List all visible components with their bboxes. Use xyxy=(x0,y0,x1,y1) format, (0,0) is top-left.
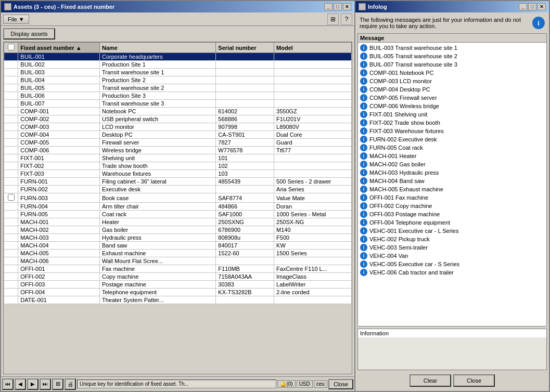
list-item[interactable]: iBUIL-005 Transit warehouse site 2 xyxy=(359,52,545,60)
list-item[interactable]: iMACH-005 Exhaust machine xyxy=(359,185,545,193)
table-row[interactable]: COMP-006Wireless bridgeW776578Tt677 xyxy=(4,147,352,154)
name-cell: Copy machine xyxy=(99,273,215,281)
nav-prev-button[interactable]: ◀ xyxy=(15,378,26,390)
table-row[interactable]: MACH-002Gas boiler6786900M140 xyxy=(4,226,352,234)
clear-button[interactable]: Clear xyxy=(410,374,451,387)
message-panel[interactable]: Message iBUIL-003 Transit warehouse site… xyxy=(357,33,547,326)
nav-first-button[interactable]: ⏮ xyxy=(2,378,14,390)
maximize-button[interactable]: □ xyxy=(334,3,342,10)
table-row[interactable]: BUIL-004Production Site 2 xyxy=(4,76,352,84)
nav-last-button[interactable]: ⏭ xyxy=(40,378,51,390)
table-row[interactable]: FURN-003Book caseSAF8774Value Mate xyxy=(4,193,352,203)
table-row[interactable]: FURN-002Executive deskAria Series xyxy=(4,186,352,193)
table-row[interactable]: MACH-003Hydraulic press808908uF500 xyxy=(4,234,352,242)
table-row[interactable]: COMP-003LCD monitor907998L89080V xyxy=(4,123,352,131)
grid-view-button[interactable]: ⊞ xyxy=(52,378,63,390)
table-row[interactable]: OFFI-003Postage machine30383LabelWriter xyxy=(4,281,352,289)
table-row[interactable]: COMP-005Firewall server7827Guard xyxy=(4,139,352,147)
nav-next-button[interactable]: ▶ xyxy=(27,378,39,390)
serial-cell: 103 xyxy=(216,170,274,178)
asset-cell: BUIL-002 xyxy=(18,61,100,69)
table-row[interactable]: OFFI-004Telephone equipmentKX-TS3282B2-l… xyxy=(4,289,352,296)
table-row[interactable]: BUIL-001Corporate headquarters xyxy=(4,53,352,61)
list-item[interactable]: iCOMP-004 Desktop PC xyxy=(359,85,545,94)
list-item[interactable]: iFURN-002 Executive desk xyxy=(359,135,545,143)
list-item[interactable]: iFIXT-001 Shelving unit xyxy=(359,110,545,119)
list-item[interactable]: iOFFI-002 Copy machine xyxy=(359,202,545,210)
table-row[interactable]: COMP-001Notebook PC6140023550GZ xyxy=(4,108,352,115)
list-item[interactable]: iVEHC-002 Pickup truck xyxy=(359,235,545,243)
list-item[interactable]: iMACH-001 Heater xyxy=(359,152,545,160)
table-row[interactable]: COMP-004Desktop PCCA-ST901Dual Core xyxy=(4,131,352,139)
list-item[interactable]: iVEHC-005 Executive car - S Series xyxy=(359,260,545,268)
infolog-maximize-button[interactable]: □ xyxy=(528,3,536,10)
table-row[interactable]: BUIL-006Production Site 3 xyxy=(4,92,352,100)
message-text: FIXT-003 Warehouse fixtures xyxy=(369,128,444,134)
assets-close-button[interactable]: ✕ xyxy=(343,3,351,10)
name-column-header[interactable]: Name xyxy=(99,43,215,53)
info-message-icon: i xyxy=(360,61,367,68)
select-all-checkbox[interactable] xyxy=(8,44,15,50)
table-row[interactable]: FURN-004Arm tilter chair484866Doran xyxy=(4,203,352,211)
list-item[interactable]: iVEHC-003 Semi-trailer xyxy=(359,243,545,252)
assets-table-scroll[interactable]: Fixed asset number ▲ Name Serial number … xyxy=(4,42,352,374)
list-item[interactable]: iVEHC-006 Cab tractor and trailer xyxy=(359,268,545,277)
serial-cell: 30383 xyxy=(216,281,274,289)
table-row[interactable]: MACH-006Wall Mount Flat Scree... xyxy=(4,257,352,265)
table-row[interactable]: OFFI-002Copy machine7158A043AAImageClass xyxy=(4,273,352,281)
list-item[interactable]: iCOMP-003 LCD monitor xyxy=(359,77,545,85)
table-row[interactable]: OFFI-001Fax machineF110MBFaxCentre F110 … xyxy=(4,265,352,273)
display-assets-button[interactable]: Display assets xyxy=(3,28,55,40)
table-row[interactable]: DATE-001Theater System Patter... xyxy=(4,296,352,304)
list-item[interactable]: iOFFI-003 Postage machine xyxy=(359,210,545,218)
list-item[interactable]: iCOMP-001 Notebook PC xyxy=(359,69,545,77)
model-column-header[interactable]: Model xyxy=(274,43,352,53)
table-row[interactable]: BUIL-007Transit warehouse site 3 xyxy=(4,100,352,108)
table-row[interactable]: BUIL-002Production Site 1 xyxy=(4,61,352,69)
list-item[interactable]: iFURN-005 Coat rack xyxy=(359,143,545,152)
table-row[interactable]: COMP-002USB peripheral switch568886F1U20… xyxy=(4,115,352,123)
table-row[interactable]: MACH-004Band saw840017KW xyxy=(4,242,352,250)
table-row[interactable]: FURN-001Filing cabinet - 36" lateral4855… xyxy=(4,178,352,186)
asset-cell: BUIL-007 xyxy=(18,100,100,108)
list-item[interactable]: iFIXT-003 Warehouse fixtures xyxy=(359,127,545,135)
list-item[interactable]: iBUIL-007 Transit warehouse site 3 xyxy=(359,60,545,69)
list-item[interactable]: iFIXT-002 Trade show booth xyxy=(359,119,545,127)
asset-number-column-header[interactable]: Fixed asset number ▲ xyxy=(18,43,100,53)
row-checkbox[interactable] xyxy=(8,194,15,201)
infolog-window: Infolog _ □ ✕ The following messages are… xyxy=(355,0,550,392)
minimize-button[interactable]: _ xyxy=(324,3,332,10)
view-columns-button[interactable]: ⊞ xyxy=(327,14,339,25)
list-item[interactable]: iCOMP-006 Wireless bridge xyxy=(359,102,545,110)
info-message-icon: i xyxy=(360,194,367,201)
table-row[interactable]: MACH-001Heater250SXNG250SX-NG xyxy=(4,218,352,226)
file-menu-button[interactable]: File ▼ xyxy=(3,15,29,24)
list-item[interactable]: iVEHC-004 Van xyxy=(359,252,545,260)
list-item[interactable]: iMACH-003 Hydraulic press xyxy=(359,168,545,177)
close-button[interactable]: Close xyxy=(328,379,353,389)
infolog-minimize-button[interactable]: _ xyxy=(519,3,527,10)
print-button[interactable]: 🖨 xyxy=(65,378,76,390)
list-item[interactable]: iBUIL-003 Transit warehouse site 1 xyxy=(359,44,545,52)
table-row[interactable]: BUIL-003Transit warehouse site 1 xyxy=(4,69,352,76)
model-cell: 1500 Series xyxy=(274,250,352,257)
table-row[interactable]: FIXT-001Shelving unit101 xyxy=(4,154,352,162)
list-item[interactable]: iCOMP-005 Firewall server xyxy=(359,94,545,102)
table-row[interactable]: BUIL-005Transit warehouse site 2 xyxy=(4,84,352,92)
list-item[interactable]: iVEHC-001 Executive car - L Series xyxy=(359,227,545,235)
table-row[interactable]: FIXT-003Warehouse fixtures103 xyxy=(4,170,352,178)
table-row[interactable]: MACH-005Exhaust machine1522-601500 Serie… xyxy=(4,250,352,257)
list-item[interactable]: iOFFI-001 Fax machine xyxy=(359,193,545,202)
help-button[interactable]: ? xyxy=(341,14,352,25)
list-item[interactable]: iMACH-004 Band saw xyxy=(359,177,545,185)
table-row[interactable]: FIXT-002Trade show booth102 xyxy=(4,162,352,170)
select-all-header[interactable] xyxy=(4,43,18,53)
serial-column-header[interactable]: Serial number xyxy=(216,43,274,53)
list-item[interactable]: iMACH-002 Gas boiler xyxy=(359,160,545,168)
list-item[interactable]: iOFFI-004 Telephone equipment xyxy=(359,218,545,227)
infolog-close-button[interactable]: ✕ xyxy=(538,3,546,10)
name-cell: Production Site 1 xyxy=(99,61,215,69)
table-row[interactable]: FURN-005Coat rackSAF10001000 Series - Me… xyxy=(4,211,352,218)
infolog-close-footer-button[interactable]: Close xyxy=(453,374,495,387)
message-text: COMP-003 LCD monitor xyxy=(369,78,432,84)
